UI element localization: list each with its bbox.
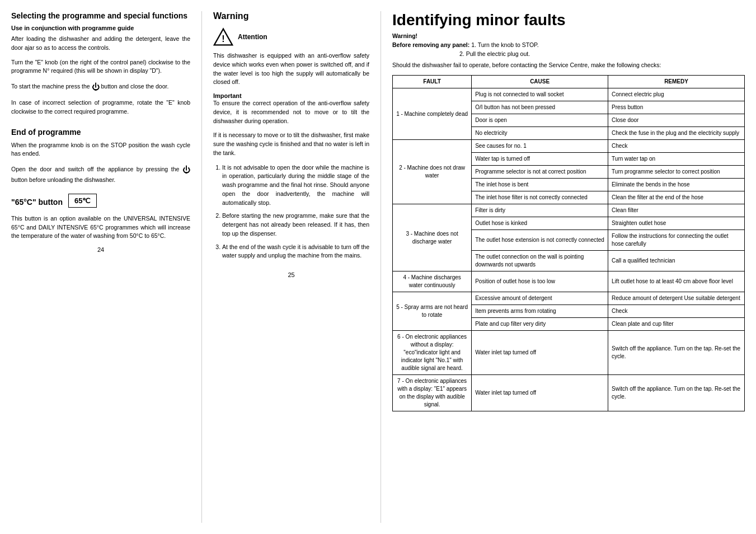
section1-p3: To start the machine press the ⏻ button … — [11, 81, 190, 93]
remedy-cell: Reduce amount of detergent Use suitable … — [608, 292, 745, 305]
col-cause: CAUSE — [472, 76, 608, 88]
warning-title: Warning — [213, 11, 369, 21]
svg-text:!: ! — [222, 34, 224, 44]
remedy-cell: Check — [608, 140, 745, 153]
power-icon: ⏻ — [92, 81, 100, 93]
cause-cell: The inlet hose is bent — [472, 179, 608, 191]
table-row: 3 - Machine does not discharge waterFilt… — [393, 204, 745, 217]
remedy-cell: Switch off the appliance. Turn on the ta… — [608, 331, 745, 375]
cause-cell: Water tap is turned off — [472, 153, 608, 166]
middle-column: Warning ! Attention This dishwasher is e… — [201, 11, 381, 523]
remedy-cell: Clean plate and cup filter — [608, 318, 745, 331]
warning-triangle-icon: ! — [213, 27, 233, 47]
before-step1: 1. Turn the knob to STOP. — [471, 41, 538, 48]
table-row: 4 - Machine discharges water continuousl… — [393, 271, 745, 292]
remedy-cell: Turn water tap on — [608, 153, 745, 166]
middle-p2: To ensure the correct operation of the a… — [213, 99, 369, 125]
cause-cell: Plate and cup filter very dirty — [472, 318, 608, 331]
cause-cell: Outlet hose is kinked — [472, 217, 608, 230]
remedy-cell: Connect electric plug — [608, 88, 745, 101]
remedy-cell: Close door — [608, 114, 745, 127]
table-row: 2 - Machine does not draw waterSee cause… — [393, 140, 745, 153]
section1: Selecting the programme and special func… — [11, 11, 190, 116]
warning-note: Warning! — [392, 32, 745, 39]
cause-cell: See causes for no. 1 — [472, 140, 608, 153]
table-row: 7 - On electronic appliances with a disp… — [393, 375, 745, 411]
cause-cell: Filter is dirty — [472, 204, 608, 217]
remedy-cell: Eliminate the bends in the hose — [608, 179, 745, 191]
table-header-row: FAULT CAUSE REMEDY — [393, 76, 745, 88]
page-number-left: 24 — [11, 246, 190, 253]
middle-list: It is not advisable to open the door whi… — [213, 163, 369, 261]
cause-cell: Item prevents arms from rotating — [472, 305, 608, 318]
section2-p2: Open the door and switch off the applian… — [11, 164, 190, 185]
list-item-3: At the end of the wash cycle it is advis… — [222, 243, 369, 261]
remedy-cell: Check the fuse in the plug and the elect… — [608, 127, 745, 140]
section1-p4: In case of incorrect selection of progra… — [11, 99, 190, 116]
warning-icon-area: ! Attention — [213, 27, 369, 47]
middle-p3: If it is necessary to move or to tilt th… — [213, 131, 369, 157]
before-note: Before removing any panel: 1. Turn the k… — [392, 41, 745, 48]
remedy-cell: Turn programme selector to correct posit… — [608, 166, 745, 179]
remedy-cell: Lift outlet hose to at least 40 cm above… — [608, 271, 745, 292]
page-number-middle: 25 — [213, 271, 369, 278]
cause-cell: The outlet connection on the wall is poi… — [472, 251, 608, 271]
remedy-cell: Switch off the appliance. Turn on the ta… — [608, 375, 745, 411]
cause-cell: Position of outlet hose is too low — [472, 271, 608, 292]
col-fault: FAULT — [393, 76, 472, 88]
remedy-cell: Clean filter — [608, 204, 745, 217]
list-item-2: Before starting the new programme, make … — [222, 212, 369, 238]
table-row: 1 - Machine completely deadPlug is not c… — [393, 88, 745, 101]
warning-label: Warning! — [392, 32, 417, 39]
section1-subtitle: Use in conjunction with programme guide — [11, 25, 190, 31]
fault-cell: 3 - Machine does not discharge water — [393, 204, 472, 271]
middle-p1: This dishwasher is equipped with an anti… — [213, 51, 369, 87]
col-remedy: REMEDY — [608, 76, 745, 88]
cause-cell: Programme selector is not at correct pos… — [472, 166, 608, 179]
remedy-cell: Clean the filter at the end of the hose — [608, 191, 745, 204]
attention-label: Attention — [238, 33, 267, 41]
power-icon2: ⏻ — [182, 164, 190, 176]
remedy-cell: Call a qualified technician — [608, 251, 745, 271]
left-column: Selecting the programme and special func… — [11, 11, 201, 523]
remedy-cell: Follow the instructions for connecting t… — [608, 230, 745, 251]
cause-cell: Door is open — [472, 114, 608, 127]
fault-cell: 1 - Machine completely dead — [393, 88, 472, 140]
fault-cell: 2 - Machine does not draw water — [393, 140, 472, 204]
section3: "65°C" button 65℃ This button is an opti… — [11, 194, 190, 241]
section2-title: End of programme — [11, 128, 190, 137]
fault-cell: 4 - Machine discharges water continuousl… — [393, 271, 472, 292]
before-step2: 2. Pull the electric plug out. — [392, 50, 745, 57]
cause-cell: O/I button has not been pressed — [472, 101, 608, 114]
right-column: Identifying minor faults Warning! Before… — [381, 11, 745, 523]
remedy-cell: Straighten outlet hose — [608, 217, 745, 230]
section1-title: Selecting the programme and special func… — [11, 11, 190, 20]
button-65-box: 65℃ — [68, 194, 97, 208]
remedy-cell: Press button — [608, 101, 745, 114]
section2-p1: When the programme knob is on the STOP p… — [11, 141, 190, 159]
section1-p1: After loading the dishwasher and adding … — [11, 35, 190, 53]
page-container: Selecting the programme and special func… — [0, 0, 756, 534]
table-row: 6 - On electronic appliances without a d… — [393, 331, 745, 375]
important-label: Important — [213, 92, 369, 99]
cause-cell: Plug is not connected to wall socket — [472, 88, 608, 101]
cause-cell: The inlet hose filter is not correctly c… — [472, 191, 608, 204]
section3-p1: This button is an option available on th… — [11, 214, 190, 241]
intro-note: Should the dishwasher fail to operate, b… — [392, 62, 745, 68]
section2: End of programme When the programme knob… — [11, 128, 190, 185]
section3-title: "65°C" button — [11, 198, 63, 207]
section1-p2: Turn the "E" knob (on the right of the c… — [11, 58, 190, 76]
remedy-cell: Check — [608, 305, 745, 318]
fault-cell: 5 - Spray arms are not heard to rotate — [393, 292, 472, 331]
cause-cell: Water inlet tap turned off — [472, 375, 608, 411]
list-item-1: It is not advisable to open the door whi… — [222, 163, 369, 208]
before-label: Before removing any panel: — [392, 41, 469, 48]
fault-table: FAULT CAUSE REMEDY 1 - Machine completel… — [392, 75, 745, 411]
cause-cell: No electricity — [472, 127, 608, 140]
main-title: Identifying minor faults — [392, 11, 745, 29]
cause-cell: The outlet hose extension is not correct… — [472, 230, 608, 251]
table-row: 5 - Spray arms are not heard to rotateEx… — [393, 292, 745, 305]
fault-cell: 6 - On electronic appliances without a d… — [393, 331, 472, 375]
cause-cell: Excessive amount of detergent — [472, 292, 608, 305]
fault-cell: 7 - On electronic appliances with a disp… — [393, 375, 472, 411]
